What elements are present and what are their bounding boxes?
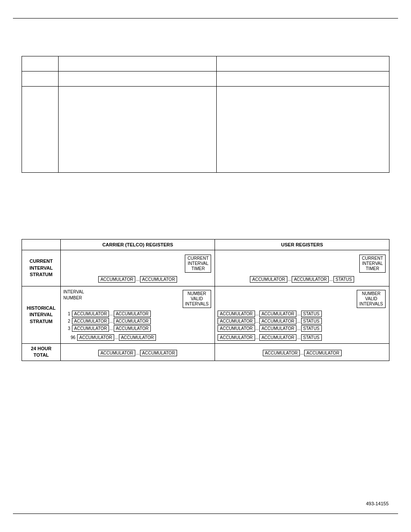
user-current-interval-timer-box: CURRENTINTERVALTIMER xyxy=(359,255,386,273)
hour-total-row: 24 HOURTOTAL ACCUMULATOR ... ACCUMULATOR… xyxy=(22,344,389,361)
user-header: USER REGISTERS xyxy=(215,240,389,250)
c-h-accum1-1: ACCUMULATOR xyxy=(72,311,109,317)
bottom-rule-line xyxy=(13,513,398,514)
row-num-96: 96 xyxy=(63,335,75,340)
u-h-accum2-96: ACCUMULATOR xyxy=(259,334,296,341)
carrier-accumulator-row: ACCUMULATOR ... ACCUMULATOR xyxy=(63,276,212,283)
carrier-current-interval-timer-box: CURRENTINTERVALTIMER xyxy=(185,255,211,273)
user-ht-dots: ... xyxy=(300,351,304,355)
interval-number-label: INTERVALNUMBER xyxy=(63,289,84,301)
carrier-ht-accum2: ACCUMULATOR xyxy=(140,350,177,356)
u-h-status-2: STATUS xyxy=(301,318,322,324)
carrier-ht-dots: ... xyxy=(136,351,139,355)
carrier-accum2-box: ACCUMULATOR xyxy=(140,276,177,283)
user-hour-total-accum-row: ACCUMULATOR ... ACCUMULATOR xyxy=(218,350,386,356)
carrier-ht-accum1: ACCUMULATOR xyxy=(98,350,135,356)
user-number-valid-box: NUMBERVALIDINTERVALS xyxy=(357,290,386,308)
u-h-status-96: STATUS xyxy=(301,334,322,341)
c-h-accum1-2: ACCUMULATOR xyxy=(72,318,109,324)
u-h-accum2-2: ACCUMULATOR xyxy=(259,318,296,324)
user-accumulator-row: ACCUMULATOR ... ACCUMULATOR ... STATUS xyxy=(218,276,386,283)
hour-total-label: 24 HOURTOTAL xyxy=(22,344,61,361)
u-h-status-1: STATUS xyxy=(301,311,322,317)
carrier-hour-total-cell: ACCUMULATOR ... ACCUMULATOR xyxy=(61,344,215,361)
row-num-2: 2 xyxy=(63,319,70,324)
row-num-3: 3 xyxy=(63,326,70,331)
carrier-accum1-box: ACCUMULATOR xyxy=(98,276,135,283)
c-h-accum1-96: ACCUMULATOR xyxy=(77,334,114,341)
user-hist-row-96: ACCUMULATOR ... ACCUMULATOR ... STATUS xyxy=(218,334,386,341)
row-num-1: 1 xyxy=(63,311,70,316)
user-hist-row-3: ACCUMULATOR ... ACCUMULATOR ... STATUS xyxy=(218,325,386,332)
c-h-accum2-2: ACCUMULATOR xyxy=(114,318,151,324)
top-rule-line xyxy=(13,18,398,19)
user-hist-row-2: ACCUMULATOR ... ACCUMULATOR ... STATUS xyxy=(218,318,386,324)
u-h-accum1-2: ACCUMULATOR xyxy=(218,318,255,324)
user-dots2: ... xyxy=(329,277,333,282)
carrier-dots: ... xyxy=(136,277,139,282)
user-accum2-box: ACCUMULATOR xyxy=(292,276,329,283)
user-ht-accum2: ACCUMULATOR xyxy=(304,350,341,356)
figure-number: 493-14155 xyxy=(366,501,389,506)
carrier-hour-total-accum-row: ACCUMULATOR ... ACCUMULATOR xyxy=(63,350,212,356)
user-hour-total-cell: ACCUMULATOR ... ACCUMULATOR xyxy=(215,344,389,361)
u-h-status-3: STATUS xyxy=(301,325,322,332)
carrier-header: CARRIER (TELCO) REGISTERS xyxy=(61,240,215,250)
carrier-hist-row-96: 96 ACCUMULATOR ... ACCUMULATOR xyxy=(63,334,212,341)
user-status-box: STATUS xyxy=(333,276,354,283)
c-h-accum2-1: ACCUMULATOR xyxy=(114,311,151,317)
user-hist-row-1: ACCUMULATOR ... ACCUMULATOR ... STATUS xyxy=(218,311,386,317)
u-h-accum1-3: ACCUMULATOR xyxy=(218,325,255,332)
carrier-hist-row-2: 2 ACCUMULATOR ... ACCUMULATOR xyxy=(63,318,212,324)
user-current-interval-cell: CURRENTINTERVALTIMER ACCUMULATOR ... ACC… xyxy=(215,250,389,286)
c-h-accum2-96: ACCUMULATOR xyxy=(119,334,156,341)
upper-table xyxy=(22,56,389,173)
u-h-accum1-96: ACCUMULATOR xyxy=(218,334,255,341)
lower-table: CARRIER (TELCO) REGISTERS USER REGISTERS… xyxy=(22,239,389,361)
user-ht-accum1: ACCUMULATOR xyxy=(263,350,300,356)
lower-table-wrapper: CARRIER (TELCO) REGISTERS USER REGISTERS… xyxy=(22,239,389,361)
table-header-row: CARRIER (TELCO) REGISTERS USER REGISTERS xyxy=(22,240,389,250)
current-interval-row: CURRENTINTERVALSTRATUM CURRENTINTERVALTI… xyxy=(22,250,389,286)
user-hist-rows: ACCUMULATOR ... ACCUMULATOR ... STATUS A… xyxy=(218,311,386,332)
user-dots1: ... xyxy=(288,277,291,282)
carrier-hist-row-1: 1 ACCUMULATOR ... ACCUMULATOR xyxy=(63,311,212,317)
user-accum1-box: ACCUMULATOR xyxy=(250,276,287,283)
c-h-accum1-3: ACCUMULATOR xyxy=(72,325,109,332)
page-container: CARRIER (TELCO) REGISTERS USER REGISTERS… xyxy=(0,0,411,532)
u-h-accum2-3: ACCUMULATOR xyxy=(259,325,296,332)
user-historical-cell: NUMBERVALIDINTERVALS ACCUMULATOR ... ACC… xyxy=(215,286,389,344)
carrier-current-interval-cell: CURRENTINTERVALTIMER ACCUMULATOR ... ACC… xyxy=(61,250,215,286)
carrier-historical-cell: INTERVALNUMBER NUMBERVALIDINTERVALS 1 AC… xyxy=(61,286,215,344)
historical-interval-label: HISTORICALINTERVALSTRATUM xyxy=(22,286,61,344)
carrier-hist-row-3: 3 ACCUMULATOR ... ACCUMULATOR xyxy=(63,325,212,332)
historical-interval-row: HISTORICALINTERVALSTRATUM INTERVALNUMBER… xyxy=(22,286,389,344)
u-h-accum2-1: ACCUMULATOR xyxy=(259,311,296,317)
c-h-accum2-3: ACCUMULATOR xyxy=(114,325,151,332)
header-label-cell xyxy=(22,240,61,250)
carrier-number-valid-box: NUMBERVALIDINTERVALS xyxy=(183,290,212,308)
current-interval-label: CURRENTINTERVALSTRATUM xyxy=(22,250,61,286)
u-h-accum1-1: ACCUMULATOR xyxy=(218,311,255,317)
carrier-hist-rows: 1 ACCUMULATOR ... ACCUMULATOR 2 ACCUMULA… xyxy=(63,311,212,332)
